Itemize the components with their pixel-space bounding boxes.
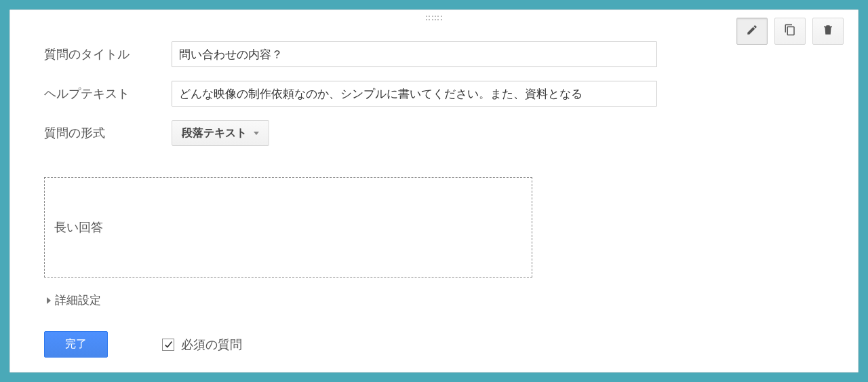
copy-icon (784, 24, 796, 39)
advanced-label: 詳細設定 (55, 292, 101, 308)
copy-button[interactable] (774, 18, 806, 45)
required-checkbox[interactable] (162, 339, 174, 351)
required-wrap: 必須の質問 (162, 337, 242, 353)
toolbar (736, 18, 844, 45)
label-help: ヘルプテキスト (32, 85, 172, 102)
edit-button[interactable] (736, 18, 768, 45)
format-select[interactable]: 段落テキスト (172, 120, 269, 146)
checkmark-icon (164, 340, 173, 349)
question-card: 質問のタイトル ヘルプテキスト 質問の形式 段落テキスト 長い回答 詳細設定 完… (9, 9, 859, 373)
trash-icon (822, 24, 834, 39)
label-title: 質問のタイトル (32, 46, 172, 62)
form-body: 質問のタイトル ヘルプテキスト 質問の形式 段落テキスト 長い回答 詳細設定 完… (32, 10, 836, 358)
row-title: 質問のタイトル (32, 41, 836, 67)
done-button[interactable]: 完了 (44, 331, 108, 358)
drag-handle-icon[interactable] (426, 16, 442, 21)
answer-preview: 長い回答 (44, 177, 532, 278)
chevron-down-icon (254, 132, 259, 135)
triangle-right-icon (47, 297, 51, 304)
answer-placeholder: 長い回答 (54, 219, 103, 235)
advanced-toggle[interactable]: 詳細設定 (47, 292, 101, 308)
edit-icon (746, 24, 758, 39)
row-help: ヘルプテキスト (32, 81, 836, 107)
delete-button[interactable] (812, 18, 844, 45)
title-input[interactable] (172, 41, 657, 67)
label-format: 質問の形式 (32, 125, 172, 141)
help-input[interactable] (172, 81, 657, 107)
required-label: 必須の質問 (181, 337, 242, 353)
footer-row: 完了 必須の質問 (44, 331, 836, 358)
row-format: 質問の形式 段落テキスト (32, 120, 836, 146)
format-selected-value: 段落テキスト (182, 126, 247, 140)
